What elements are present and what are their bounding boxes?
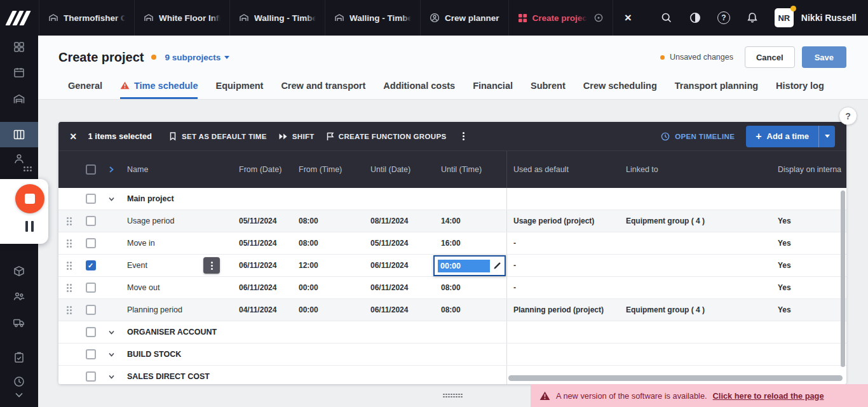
search-icon[interactable] [660, 11, 673, 24]
row-checkbox[interactable] [86, 283, 96, 293]
tab-financial[interactable]: Financial [473, 71, 513, 99]
pause-button[interactable] [25, 221, 34, 232]
drag-handle[interactable] [67, 217, 69, 219]
open-timeline-button[interactable]: OPEN TIMELINE [660, 131, 735, 142]
select-all-checkbox[interactable] [86, 164, 96, 175]
tab-transport-planning[interactable]: Transport planning [675, 71, 758, 99]
drag-handle[interactable] [67, 239, 69, 241]
column-header[interactable]: Used as default [513, 165, 569, 174]
horizontal-scrollbar[interactable] [508, 375, 843, 381]
tab-create-project-active[interactable]: Create projec [508, 0, 613, 36]
save-button[interactable]: Save [802, 46, 846, 68]
sidebar-item-projects-active[interactable] [0, 122, 38, 147]
theme-toggle-icon[interactable] [689, 11, 702, 24]
row-checkbox[interactable] [86, 327, 96, 337]
stop-recording-button[interactable] [15, 184, 44, 213]
row-checkbox[interactable] [86, 371, 96, 382]
until-date-cell: 05/11/2024 [370, 239, 408, 248]
notifications-bell-icon[interactable] [746, 11, 759, 24]
bottom-resize-handle[interactable] [443, 394, 445, 396]
tab-equipment[interactable]: Equipment [215, 71, 263, 99]
sidebar-item-warehouse[interactable] [11, 91, 27, 107]
until-time-editor[interactable]: 00:00 [433, 255, 506, 276]
column-header[interactable]: Until (Date) [370, 165, 410, 174]
collapse-group-chevron[interactable] [108, 329, 115, 336]
row-name: Move out [127, 283, 159, 292]
row-actions-kebab[interactable] [203, 257, 220, 274]
column-header[interactable]: Until (Time) [441, 165, 482, 174]
tab-time-schedule[interactable]: Time schedule [120, 71, 198, 99]
sidebar-item-crew-planner[interactable] [11, 151, 27, 166]
clear-selection-button[interactable]: × [70, 131, 77, 142]
from-time-cell: 12:00 [299, 261, 318, 270]
more-actions-kebab[interactable] [459, 131, 468, 142]
column-header[interactable]: Name [127, 165, 148, 174]
tab-crew-and-transport[interactable]: Crew and transport [281, 71, 365, 99]
tab-crew-scheduling[interactable]: Crew scheduling [583, 71, 657, 99]
project-tabs: General Time schedule Equipment Crew and… [68, 71, 868, 99]
app-logo[interactable] [0, 0, 39, 36]
sidebar-item-crew-members[interactable] [11, 289, 27, 304]
tab-label: Crew planner [445, 13, 499, 23]
tab-walling-timber-1[interactable]: Walling - Timber S [229, 0, 325, 36]
reload-page-link[interactable]: Click here to reload the page [713, 391, 824, 401]
person-icon [430, 13, 440, 23]
tab-general[interactable]: General [68, 71, 102, 99]
row-checkbox[interactable] [86, 238, 96, 248]
expand-all-chevron[interactable] [108, 166, 114, 173]
update-alert-bar: A new version of the software is availab… [531, 384, 868, 407]
close-icon: × [625, 11, 632, 25]
close-tab-button[interactable]: × [613, 0, 643, 36]
add-time-dropdown[interactable] [818, 126, 835, 147]
tab-additional-costs[interactable]: Additional costs [383, 71, 455, 99]
label-fade [577, 13, 587, 23]
user-menu[interactable]: NR Nikki Russell [775, 8, 857, 27]
row-checkbox[interactable] [86, 349, 96, 359]
until-time-cell: 14:00 [441, 217, 461, 225]
tab-crew-planner[interactable]: Crew planner [420, 0, 508, 36]
alert-message: A new version of the software is availab… [556, 391, 707, 401]
sidebar-item-time-registration[interactable] [11, 374, 27, 389]
help-icon[interactable]: ? [717, 11, 730, 24]
label-fade [401, 13, 411, 23]
tab-history-log[interactable]: History log [776, 71, 824, 99]
sidebar-item-dashboard[interactable] [11, 39, 27, 55]
sidebar-item-transport[interactable] [11, 315, 27, 330]
collapse-group-chevron[interactable] [108, 196, 115, 203]
from-date-cell: 05/11/2024 [239, 217, 276, 225]
tab-white-floor-infill[interactable]: White Floor Infill ( [134, 0, 229, 36]
add-a-time-button[interactable]: + Add a time [746, 126, 835, 147]
create-function-groups-button[interactable]: CREATE FUNCTION GROUPS [326, 131, 447, 141]
collapse-group-chevron[interactable] [108, 373, 115, 380]
row-checkbox[interactable] [86, 194, 96, 204]
help-fab-button[interactable]: ? [839, 107, 857, 125]
collapse-group-chevron[interactable] [108, 351, 115, 358]
tab-thermofisher[interactable]: Thermofisher Cou [39, 0, 134, 36]
sidebar-item-tasks[interactable] [11, 350, 27, 365]
sidebar-collapse-chevron[interactable] [11, 389, 27, 401]
tab-walling-timber-2[interactable]: Walling - Timber S [325, 0, 420, 36]
column-header[interactable]: From (Date) [239, 165, 281, 174]
page-header-area: Create project 9 subprojects Unsaved cha… [38, 36, 868, 100]
widget-drag-handle[interactable] [24, 166, 25, 168]
row-checkbox-checked[interactable]: ✓ [86, 260, 96, 270]
drag-handle[interactable] [67, 306, 69, 308]
sidebar-item-equipment[interactable] [11, 264, 27, 279]
vertical-scrollbar[interactable] [841, 190, 845, 367]
row-checkbox[interactable] [86, 305, 96, 315]
drag-handle[interactable] [67, 284, 69, 286]
table-row-event-selected: ✓ Event 06/11/2024 12:00 06/11/2024 00:0… [58, 255, 846, 277]
tab-subrent[interactable]: Subrent [531, 71, 566, 99]
until-date-cell: 06/11/2024 [370, 261, 408, 270]
shift-button[interactable]: SHIFT [278, 133, 315, 140]
focus-icon[interactable] [593, 13, 604, 23]
column-header[interactable]: From (Time) [299, 165, 342, 174]
subprojects-link[interactable]: 9 subprojects [165, 53, 230, 62]
drag-handle[interactable] [67, 262, 69, 264]
row-checkbox[interactable] [86, 216, 96, 226]
set-as-default-time-button[interactable]: SET AS DEFAULT TIME [168, 131, 267, 141]
column-header[interactable]: Linked to [626, 165, 658, 174]
cancel-button[interactable]: Cancel [745, 46, 795, 68]
sidebar-item-planner[interactable] [11, 65, 27, 80]
column-header[interactable]: Display on interna [778, 165, 841, 174]
